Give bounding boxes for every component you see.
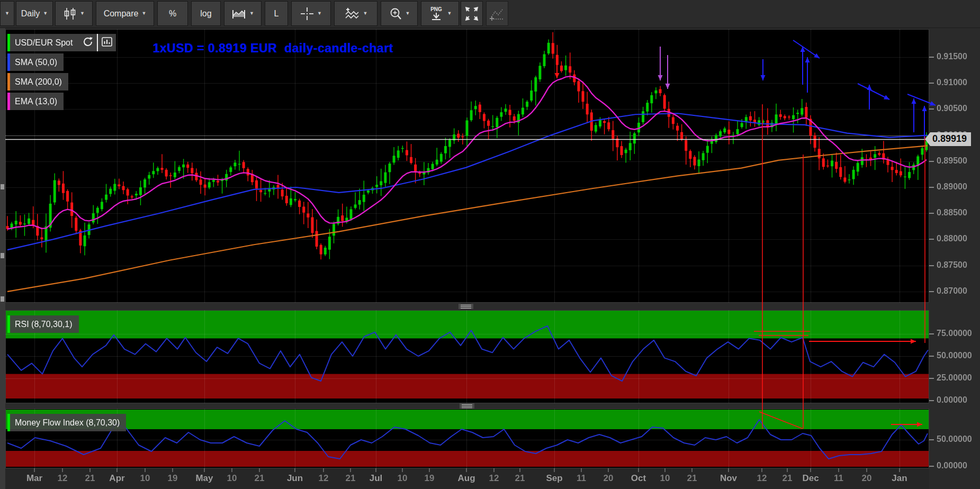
chevron-down-icon: ▼ [80, 11, 85, 16]
percent-scale-button[interactable]: % [157, 1, 188, 26]
chevron-down-icon: ▼ [141, 11, 146, 16]
periodicity-label: Daily [21, 9, 40, 19]
refresh-icon [82, 36, 94, 50]
fullscreen-arrows-icon [464, 6, 479, 22]
chevron-down-icon: ▼ [43, 11, 48, 16]
chart-annotation-title: 1xUSD = 0.8919 EUR daily-candle-chart [152, 41, 393, 56]
export-png-button[interactable]: PNG ▼ [421, 1, 459, 26]
legend-sma50[interactable]: SMA (50,0) [7, 53, 64, 71]
crosshair-icon [300, 7, 314, 21]
dotted-zigzag-plus-icon [489, 6, 505, 21]
ema13-label: EMA (13,0) [10, 97, 57, 106]
main-series-label: USD/EUR Spot [10, 38, 73, 48]
svg-text:PNG: PNG [430, 6, 442, 12]
magnifier-plus-icon [389, 7, 402, 21]
aggregation-collapsed-button[interactable]: ▼ [0, 1, 14, 26]
sma50-label: SMA (50,0) [10, 58, 57, 67]
legend-mfi[interactable]: Money Flow Index (8,70,30) [7, 414, 126, 431]
sma200-label: SMA (200,0) [10, 77, 62, 87]
candlestick-icon [63, 7, 77, 20]
chevron-down-icon: ▼ [249, 11, 254, 16]
draw-tool-button[interactable] [486, 1, 508, 26]
mountain-chart-icon [231, 7, 246, 20]
chevron-down-icon: ▼ [447, 11, 452, 16]
mini-histogram-icon [101, 36, 113, 50]
series-style-button[interactable]: ▼ [224, 1, 262, 26]
series-settings-button[interactable] [98, 34, 116, 51]
toolbar: ▼ Daily▼ ▼ Compare▼ % log ▼ L ▼ ▼ ▼ PNG … [0, 0, 980, 28]
compare-label: Compare [104, 9, 139, 19]
charting-application: ▼ Daily▼ ▼ Compare▼ % log ▼ L ▼ ▼ ▼ PNG … [0, 0, 980, 489]
mfi-label: Money Flow Index (8,70,30) [10, 418, 120, 428]
rsi-label: RSI (8,70,30,1) [10, 320, 73, 329]
download-icon: PNG [428, 5, 444, 22]
chart-canvas[interactable] [0, 0, 980, 489]
refresh-button[interactable] [79, 34, 97, 51]
legend-ema13[interactable]: EMA (13,0) [7, 93, 64, 110]
crosshair-button[interactable]: ▼ [291, 1, 331, 26]
legend-rsi[interactable]: RSI (8,70,30,1) [7, 315, 79, 333]
zoom-button[interactable]: ▼ [381, 1, 418, 26]
chevron-down-icon: ▼ [5, 11, 10, 16]
overlay-lines-icon [344, 7, 360, 21]
compare-button[interactable]: Compare▼ [96, 1, 154, 26]
line-style-button[interactable]: L [265, 1, 288, 26]
fullscreen-button[interactable] [461, 1, 483, 26]
chevron-down-icon: ▼ [317, 11, 322, 16]
chevron-down-icon: ▼ [363, 11, 368, 16]
log-scale-button[interactable]: log [191, 1, 221, 26]
current-price-value: 0.89919 [930, 132, 971, 146]
chart-type-button[interactable]: ▼ [55, 1, 93, 26]
periodicity-button[interactable]: Daily▼ [16, 1, 53, 26]
current-price-badge: 0.89919 [925, 132, 971, 146]
legend-main-series[interactable]: USD/EUR Spot [7, 34, 116, 51]
badge-notch-icon [925, 132, 930, 146]
chevron-down-icon: ▼ [406, 11, 410, 16]
legend-sma200[interactable]: SMA (200,0) [7, 73, 68, 90]
add-study-button[interactable]: ▼ [334, 1, 377, 26]
